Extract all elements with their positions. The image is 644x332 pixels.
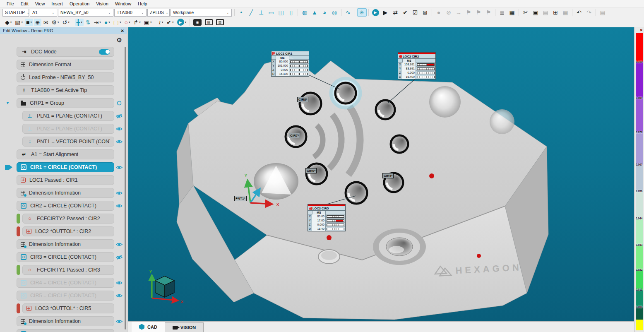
curve-icon[interactable]: ∿ xyxy=(344,8,353,17)
orientation-cube[interactable]: Y X xyxy=(149,269,183,304)
menu-item-window[interactable]: Window xyxy=(112,1,135,7)
probe-readout-icon[interactable]: ⇥▾ xyxy=(93,19,102,26)
command-pill[interactable]: CIR3 = CIRCLE (CONTACT) xyxy=(17,252,114,262)
cut-icon[interactable]: ✂ xyxy=(521,8,531,17)
close-icon[interactable]: ✕ xyxy=(639,28,643,32)
bookmark-remove-icon[interactable]: ⚑ xyxy=(484,8,493,17)
execute-icon[interactable]: ▶ xyxy=(371,8,380,17)
menu-item-help[interactable]: Help xyxy=(135,1,151,7)
command-pill[interactable]: LOC3 *OUTTOL* : CIR5 xyxy=(22,303,114,313)
report-cancel-icon[interactable]: ⊠ xyxy=(421,8,430,17)
measurement-label-loc1[interactable]: LOC1 CIR1MSX80.000Y101.000Z0.000D16.400 xyxy=(271,51,309,77)
measured-hole-8[interactable] xyxy=(346,182,367,204)
command-pill[interactable]: ⇥DCC Mode xyxy=(17,47,114,57)
auto-feature-icon[interactable]: ✳ xyxy=(357,8,367,17)
workplane-value-dropdown[interactable]: ZPLUS⌄ xyxy=(147,9,170,17)
confirm-icon[interactable]: ✔▾ xyxy=(165,19,175,26)
graph-icon[interactable]: ↱▾ xyxy=(132,19,142,26)
expand-caret-icon[interactable]: ▼ xyxy=(6,101,10,105)
measurement-label-loc3[interactable]: LOC3 CIR5MSX80.00Y17.00Z0.000D16.40 xyxy=(308,204,346,231)
point-feature-icon[interactable]: • xyxy=(237,8,246,17)
command-pill[interactable]: ○FCFCIRTY2 Passed : CIR2 xyxy=(22,214,114,224)
probe-mode-icon[interactable]: ◆▾ xyxy=(4,19,13,26)
stop-icon[interactable]: ● xyxy=(434,8,444,17)
command-pill[interactable]: !T1A0B0 = Set Active Tip xyxy=(17,85,114,95)
feature-tag-pnt1[interactable]: PNT1* xyxy=(234,196,247,201)
notch-icon[interactable]: ▯ xyxy=(286,8,296,17)
eye-icon[interactable] xyxy=(114,127,124,131)
measured-hole-2[interactable] xyxy=(331,79,360,108)
bookmark-add-icon[interactable]: ⚑ xyxy=(474,8,483,17)
measurement-label-loc2[interactable]: LOC2 CIR2MSX108.991Y88.991Z0.000D16.400 xyxy=(398,52,436,79)
eye-icon[interactable] xyxy=(114,294,124,298)
eye-icon[interactable] xyxy=(114,242,124,247)
cylinder-icon[interactable]: ◍ xyxy=(300,8,310,17)
command-pill[interactable]: ○FCFCIRTY1 Passed : CIR3 xyxy=(22,265,114,275)
plane-feature-icon[interactable]: ⊥ xyxy=(257,8,266,17)
workplane-label-dropdown[interactable]: Workplane⌄ xyxy=(171,9,232,17)
menu-item-vision[interactable]: Vision xyxy=(93,1,112,7)
report-window-icon[interactable]: ▤ xyxy=(204,18,214,26)
skip-icon[interactable]: ⊘ xyxy=(444,8,454,17)
snapshot-icon[interactable]: ◉ xyxy=(192,18,203,26)
command-pill[interactable]: ↵A1 = Start Alignment xyxy=(17,149,114,159)
active-tip-dropdown[interactable]: T1A0B0⌄ xyxy=(114,9,147,17)
rotate-view-icon[interactable]: ↺▾ xyxy=(61,19,71,26)
path-icon[interactable]: ≀▾ xyxy=(157,19,164,26)
tab-cad[interactable]: CAD xyxy=(132,322,165,332)
execute-play-icon[interactable]: ▶▾ xyxy=(176,18,188,26)
eye-off-icon[interactable] xyxy=(114,255,124,260)
command-pill[interactable]: ⊥PLN1 = PLANE (CONTACT) xyxy=(22,111,114,121)
done-icon[interactable]: ✔ xyxy=(401,8,410,17)
feature-tag-cir4[interactable]: CIR4* xyxy=(382,173,394,178)
goto-icon[interactable]: → xyxy=(454,8,464,17)
feature-tag-cir8[interactable]: CIR8* xyxy=(297,97,308,102)
eye-icon[interactable] xyxy=(114,165,124,170)
eye-off-icon[interactable] xyxy=(114,114,124,118)
settings-gears-icon[interactable]: ⚙▾ xyxy=(50,19,60,26)
gear-icon[interactable]: ⚙ xyxy=(117,36,122,44)
menu-item-operation[interactable]: Operation xyxy=(66,1,93,7)
box-zone-icon[interactable]: ▢▾ xyxy=(112,19,123,26)
command-pill[interactable]: ⊥PLN2 = PLANE (CONTACT) xyxy=(22,124,114,134)
sphere-view-icon[interactable]: ●▾ xyxy=(103,19,111,26)
command-pill[interactable]: LOC2 *OUTTOL* : CIR2 xyxy=(22,226,114,236)
alignment-preset-dropdown[interactable]: STARTUP⌄ xyxy=(2,9,29,17)
bookmark-icon[interactable]: ⚑ xyxy=(464,8,473,17)
loop-icon[interactable]: ⇄ xyxy=(391,8,400,17)
sidebar-scrollbar[interactable] xyxy=(125,47,126,330)
menu-item-file[interactable]: File xyxy=(3,1,17,7)
eye-icon[interactable] xyxy=(114,281,124,285)
command-pill[interactable]: CIR4 = CIRCLE (CONTACT) xyxy=(17,278,114,288)
circle-toggle-icon[interactable] xyxy=(114,101,124,106)
command-pill[interactable]: Load Probe - NEW5_BY_50 xyxy=(17,72,114,82)
tab-vision[interactable]: VISION xyxy=(165,322,204,332)
feature-tag-cir7[interactable]: CIR7* xyxy=(289,133,300,138)
torus-icon[interactable]: ◎ xyxy=(330,8,339,17)
active-alignment-dropdown[interactable]: A1⌄ xyxy=(30,9,57,17)
close-icon[interactable]: ✕ xyxy=(121,29,124,33)
eye-icon[interactable] xyxy=(114,140,124,144)
pattern-icon[interactable]: ▦ xyxy=(561,8,570,17)
eye-icon[interactable] xyxy=(114,191,124,195)
shaded-view-icon[interactable]: ■▾ xyxy=(25,19,33,26)
dcc-toggle-switch[interactable] xyxy=(99,49,110,55)
undo-icon[interactable]: ↶ xyxy=(574,8,584,17)
eye-icon[interactable] xyxy=(114,319,124,324)
menu-item-insert[interactable]: Insert xyxy=(48,1,66,7)
command-pill[interactable]: Dimension Format xyxy=(17,60,114,70)
sphere-feature-icon[interactable]: ◕ xyxy=(320,8,329,17)
paste-icon[interactable]: ▤ xyxy=(541,8,550,17)
line-feature-icon[interactable]: ╱ xyxy=(247,8,256,17)
measured-hole-5[interactable] xyxy=(391,135,408,153)
probe-file-dropdown[interactable]: NEW5_BY_50⌄ xyxy=(58,9,113,17)
menu-item-view[interactable]: View xyxy=(32,1,48,7)
probe-axes-icon[interactable]: ⇅ xyxy=(84,19,92,26)
report-text-icon[interactable]: ≣ xyxy=(497,8,507,17)
command-pill[interactable]: CIR6 = CIRCLE (CONTACT) xyxy=(17,329,114,332)
circle-zone-icon[interactable]: ○▾ xyxy=(123,19,132,26)
report-grid-icon[interactable]: ▦ xyxy=(507,8,517,17)
cone-icon[interactable]: ▲ xyxy=(310,8,320,17)
feature-tag-cir6[interactable]: CIR6* xyxy=(305,168,317,173)
wireframe-view-icon[interactable]: ▧▾ xyxy=(14,19,24,26)
